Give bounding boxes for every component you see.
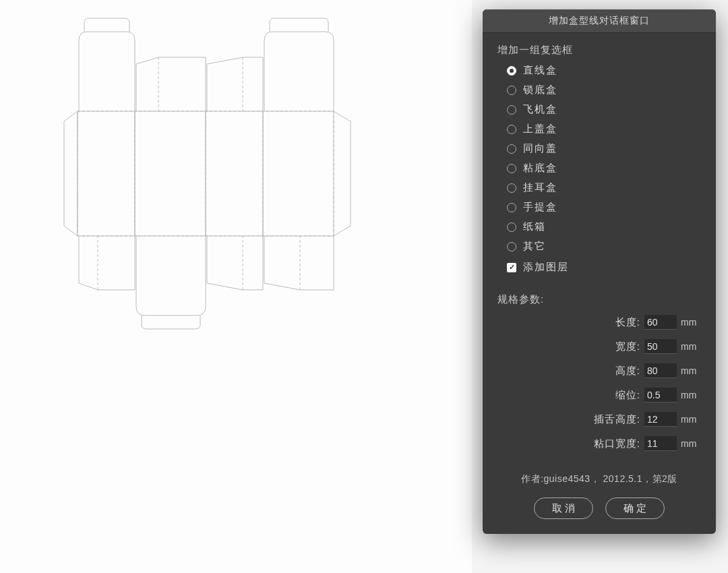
radio-earhang-box[interactable]: 挂耳盒 — [507, 178, 701, 198]
box-dialog-panel: 增加盒型线对话框窗口 增加一组复选框 直线盒 锁底盒 飞机盒 上盖盒 — [483, 9, 716, 534]
svg-rect-2 — [206, 111, 263, 236]
radio-airplane-box[interactable]: 飞机盒 — [507, 100, 701, 119]
radio-sameface-lid[interactable]: 同向盖 — [507, 139, 701, 158]
radio-icon — [507, 125, 516, 134]
param-row-shrink: 缩位: mm — [497, 383, 701, 407]
radio-toplid-box[interactable]: 上盖盒 — [507, 119, 701, 139]
ok-button[interactable]: 确定 — [605, 497, 665, 519]
cancel-button[interactable]: 取消 — [534, 497, 593, 519]
radio-handle-box[interactable]: 手提盒 — [507, 198, 701, 217]
canvas-area — [0, 0, 472, 573]
radio-label: 上盖盒 — [523, 123, 557, 135]
svg-rect-3 — [263, 111, 334, 236]
param-label: 宽度: — [615, 340, 640, 353]
radio-icon — [507, 203, 516, 212]
radio-icon — [507, 105, 516, 115]
params-label: 规格参数: — [497, 293, 701, 306]
param-unit: mm — [681, 438, 701, 449]
radio-icon — [507, 222, 516, 232]
param-label: 缩位: — [615, 389, 640, 402]
param-unit: mm — [681, 390, 701, 400]
length-input[interactable] — [644, 315, 677, 330]
button-row: 取消 确定 — [497, 497, 701, 519]
param-label: 粘口宽度: — [594, 438, 640, 450]
param-row-width: 宽度: mm — [497, 334, 701, 359]
param-label: 长度: — [615, 316, 640, 329]
dialog-body: 增加一组复选框 直线盒 锁底盒 飞机盒 上盖盒 同向盖 — [483, 33, 716, 534]
radio-label: 手提盒 — [523, 201, 557, 214]
radio-label: 飞机盒 — [523, 103, 557, 116]
shrink-input[interactable] — [644, 388, 677, 402]
param-unit: mm — [681, 341, 701, 352]
radio-label: 挂耳盒 — [523, 181, 557, 194]
param-label: 插舌高度: — [594, 413, 640, 426]
checkbox-label: 添加图层 — [523, 261, 569, 274]
param-row-length: 长度: mm — [497, 310, 701, 334]
radio-icon — [507, 164, 516, 173]
param-unit: mm — [681, 414, 701, 425]
svg-rect-1 — [135, 111, 206, 236]
radio-icon — [507, 144, 516, 154]
radio-label: 其它 — [523, 240, 546, 253]
radio-gluebottom-box[interactable]: 粘底盒 — [507, 158, 701, 178]
tongue-height-input[interactable] — [644, 412, 677, 427]
radio-label: 同向盖 — [523, 142, 557, 155]
radio-label: 锁底盒 — [523, 84, 557, 96]
param-row-gluewidth: 粘口宽度: mm — [497, 431, 701, 456]
param-row-height: 高度: mm — [497, 359, 701, 383]
param-unit: mm — [681, 365, 701, 376]
radio-label: 直线盒 — [523, 64, 557, 77]
param-row-tongue: 插舌高度: mm — [497, 407, 701, 431]
group-label: 增加一组复选框 — [497, 44, 701, 57]
radio-icon — [507, 183, 516, 193]
author-info: 作者:guise4543， 2012.5.1，第2版 — [497, 473, 701, 485]
width-input[interactable] — [644, 339, 677, 354]
box-type-radio-group: 直线盒 锁底盒 飞机盒 上盖盒 同向盖 粘底盒 — [497, 61, 701, 256]
radio-label: 纸箱 — [523, 220, 546, 233]
params-section: 规格参数: 长度: mm 宽度: mm 高度: mm 缩位: mm — [497, 293, 701, 456]
glue-width-input[interactable] — [644, 436, 677, 451]
radio-lockbottom-box[interactable]: 锁底盒 — [507, 80, 701, 100]
svg-rect-0 — [78, 111, 135, 236]
checkbox-icon: ✓ — [507, 263, 516, 272]
param-unit: mm — [681, 317, 701, 328]
radio-icon — [507, 86, 516, 95]
param-label: 高度: — [615, 365, 640, 378]
radio-other[interactable]: 其它 — [507, 237, 701, 256]
height-input[interactable] — [644, 363, 677, 378]
radio-straight-box[interactable]: 直线盒 — [507, 61, 701, 80]
dialog-title: 增加盒型线对话框窗口 — [483, 9, 716, 33]
radio-label: 粘底盒 — [523, 162, 557, 175]
radio-icon — [507, 242, 516, 251]
radio-carton[interactable]: 纸箱 — [507, 217, 701, 237]
box-dieline-diagram — [51, 17, 428, 340]
radio-icon — [507, 66, 516, 76]
add-layer-checkbox[interactable]: ✓ 添加图层 — [497, 258, 701, 277]
